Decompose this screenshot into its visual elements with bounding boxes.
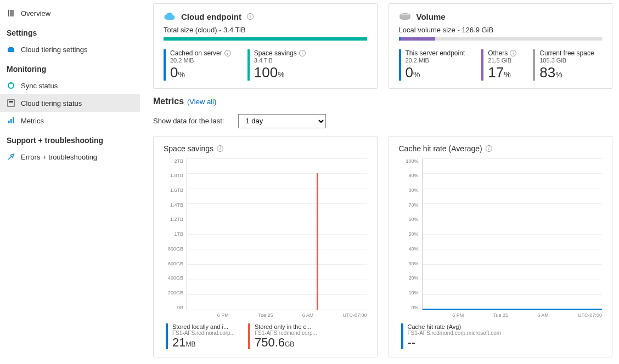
volume-card: Volume Local volume size - 126.9 GiB Thi…: [389, 3, 613, 89]
info-icon[interactable]: i: [217, 145, 223, 152]
svg-rect-7: [8, 121, 10, 123]
cache-hit-rate-chart: Cache hit rate (Average) i 100%90%80%70%…: [389, 136, 613, 357]
card-subtitle: Total size (cloud) - 3.4 TiB: [164, 26, 367, 34]
stat-others: Othersi 21.5 GiB 17%: [481, 49, 516, 81]
volume-stats: This server endpoint 20.2 MiB 0% Othersi…: [399, 49, 603, 81]
nav-label: Cloud tiering settings: [21, 46, 87, 54]
svg-rect-5: [8, 100, 14, 106]
svg-rect-9: [13, 117, 14, 123]
svg-rect-2: [8, 48, 14, 52]
svg-rect-0: [8, 10, 9, 16]
nav-sync-status[interactable]: Sync status: [0, 77, 140, 94]
view-all-link[interactable]: (View all): [187, 98, 216, 106]
info-icon[interactable]: i: [486, 145, 492, 152]
cloud-size-bar: [164, 37, 367, 41]
nav-cloud-tiering-status[interactable]: Cloud tiering status: [0, 94, 140, 112]
metrics-icon: [7, 116, 15, 125]
card-title: Cloud endpoint: [181, 12, 241, 21]
chart-legend: Cache hit rate (Avg) FS1-AFS.redmond.cor…: [401, 323, 603, 349]
stat-accent: [533, 49, 535, 81]
filter-label: Show data for the last:: [153, 117, 224, 125]
chart-legend: Stored locally and i... FS1-AFS.redmond.…: [166, 323, 367, 349]
stat-free-space: Current free space 105.3 GiB 83%: [533, 49, 594, 81]
stat-cached-on-server: Cached on serveri 20.2 MiB 0%: [164, 49, 231, 81]
card-subtitle: Local volume size - 126.9 GiB: [399, 26, 603, 34]
cloud-stats: Cached on serveri 20.2 MiB 0% Space savi…: [164, 49, 367, 81]
time-filter-row: Show data for the last: 1 day: [153, 114, 612, 128]
section-support: Support + troubleshooting: [0, 129, 140, 148]
charts-row: Space savings i 2TB1.8TB1.6TB1.4TB1.2TB1…: [153, 136, 612, 357]
nav-label: Errors + troubleshooting: [21, 153, 97, 161]
info-icon[interactable]: i: [247, 13, 254, 20]
x-axis: . 6 PM Tue 25 6 AM UTC-07:00: [422, 312, 603, 318]
card-title: Volume: [417, 12, 446, 21]
sidebar: Overview Settings Cloud tiering settings…: [0, 0, 140, 364]
svg-rect-8: [10, 119, 12, 123]
x-axis: . 6 PM Tue 25 6 AM UTC-07:00: [187, 312, 367, 318]
legend-stored-locally: Stored locally and i... FS1-AFS.redmond.…: [166, 323, 235, 349]
data-spike: [317, 173, 318, 310]
nav-cloud-tiering-settings[interactable]: Cloud tiering settings: [0, 41, 140, 58]
tools-icon: [7, 152, 15, 161]
y-axis: 2TB1.8TB1.6TB1.4TB1.2TB1TB800GB600GB400G…: [164, 158, 187, 310]
nav-label: Sync status: [21, 82, 58, 90]
disk-icon: [399, 12, 411, 21]
nav-overview[interactable]: Overview: [0, 4, 140, 22]
cloud-endpoint-card: Cloud endpoint i Total size (cloud) - 3.…: [153, 3, 378, 89]
info-icon[interactable]: i: [299, 50, 306, 56]
data-line: [423, 309, 603, 310]
tiering-status-icon: [7, 99, 15, 107]
space-savings-chart: Space savings i 2TB1.8TB1.6TB1.4TB1.2TB1…: [153, 136, 378, 357]
nav-errors-troubleshooting[interactable]: Errors + troubleshooting: [0, 148, 140, 166]
info-icon[interactable]: i: [224, 50, 231, 56]
info-icon[interactable]: i: [510, 50, 516, 56]
y-axis: 100%90%80%70%60%50%40%30%20%10%0%: [399, 158, 422, 310]
toolbox-icon: [7, 45, 15, 54]
section-monitoring: Monitoring: [0, 58, 140, 77]
stat-accent: [481, 49, 483, 81]
svg-rect-6: [9, 101, 13, 103]
main-content: Cloud endpoint i Total size (cloud) - 3.…: [140, 0, 619, 364]
stat-accent: [164, 49, 166, 81]
stat-space-savings: Space savingsi 3.4 TiB 100%: [247, 49, 306, 81]
legend-stored-cloud: Stored only in the c... FS1-AFS.redmond.…: [248, 323, 317, 349]
metrics-heading: Metrics (View all): [153, 96, 612, 106]
legend-cache-hit: Cache hit rate (Avg) FS1-AFS.redmond.cor…: [401, 323, 502, 349]
space-savings-plot[interactable]: 2TB1.8TB1.6TB1.4TB1.2TB1TB800GB600GB400G…: [164, 158, 367, 310]
stat-this-endpoint: This server endpoint 20.2 MiB 0%: [399, 49, 465, 81]
overview-icon: [7, 9, 15, 18]
volume-size-bar: [399, 37, 603, 41]
nav-label: Overview: [21, 9, 50, 18]
nav-label: Metrics: [21, 117, 44, 125]
section-settings: Settings: [0, 22, 140, 41]
sync-icon: [7, 81, 15, 90]
cache-hit-plot[interactable]: 100%90%80%70%60%50%40%30%20%10%0%: [399, 158, 603, 310]
stat-accent: [247, 49, 250, 81]
stat-accent: [399, 49, 401, 81]
time-range-select[interactable]: 1 day: [238, 114, 326, 128]
nav-metrics[interactable]: Metrics: [0, 112, 140, 129]
svg-rect-1: [10, 10, 14, 16]
summary-cards: Cloud endpoint i Total size (cloud) - 3.…: [153, 3, 612, 89]
nav-label: Cloud tiering status: [21, 99, 82, 107]
svg-rect-3: [9, 47, 13, 48]
cloud-icon: [164, 12, 176, 21]
